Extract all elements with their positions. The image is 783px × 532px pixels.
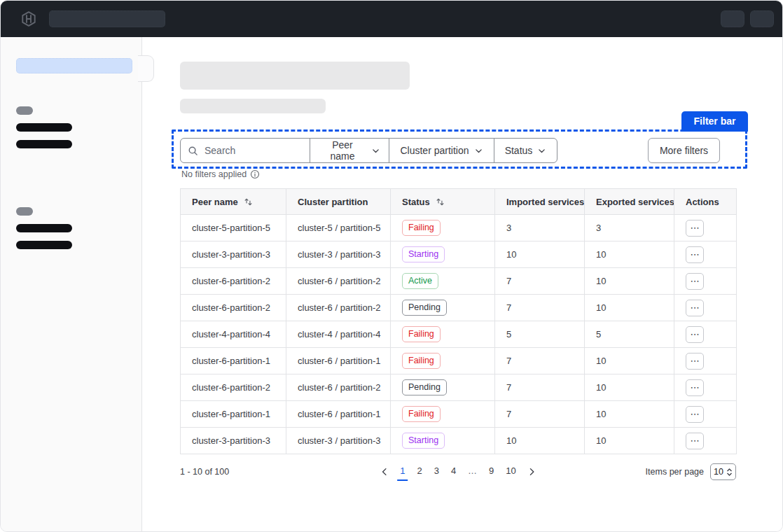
row-actions-button[interactable] <box>686 273 704 290</box>
page-button[interactable]: 3 <box>431 463 442 481</box>
peer-name-cell: cluster-6-partition-2 <box>181 374 286 401</box>
filter-dropdown-cluster-partition[interactable]: Cluster partition <box>389 138 494 163</box>
exported-services-cell: 10 <box>585 428 674 454</box>
table-row: cluster-6-partition-2 cluster-6 / partit… <box>181 295 737 321</box>
row-actions-button[interactable] <box>686 353 704 370</box>
filter-bar: Peer name Cluster partition Status <box>180 138 557 163</box>
column-label: Cluster partition <box>298 197 368 207</box>
chevron-down-icon <box>371 146 380 155</box>
dropdown-label: Peer name <box>319 139 366 162</box>
items-per-page-select[interactable]: 10 <box>710 463 736 480</box>
sidebar <box>1 37 142 531</box>
column-header-actions: Actions <box>674 189 737 215</box>
status-badge: Failing <box>402 326 441 342</box>
table-row: cluster-6-partition-2 cluster-6 / partit… <box>181 268 737 295</box>
ellipsis-icon <box>691 409 700 419</box>
peer-name-cell: cluster-5-partition-5 <box>181 215 286 241</box>
status-badge: Failing <box>402 406 441 422</box>
table-row: cluster-3-partition-3 cluster-3 / partit… <box>181 428 737 454</box>
actions-cell <box>674 348 737 374</box>
ellipsis-icon <box>691 276 700 286</box>
imported-services-cell: 7 <box>495 295 585 321</box>
imported-services-cell: 5 <box>495 321 585 348</box>
page-button[interactable]: 2 <box>414 463 424 481</box>
app-window: Filter bar Peer name Cluster partition <box>0 0 783 532</box>
status-cell: Failing <box>391 215 495 241</box>
page-navigation: 1 2 3 4 … 9 10 <box>378 463 538 481</box>
column-header-status[interactable]: Status <box>391 189 495 215</box>
row-actions-button[interactable] <box>686 246 704 263</box>
column-label: Actions <box>686 197 719 207</box>
status-badge: Pending <box>402 379 447 396</box>
imported-services-cell: 7 <box>495 374 585 401</box>
table-row: cluster-4-partition-4 cluster-4 / partit… <box>181 321 737 348</box>
column-label: Imported services <box>506 197 584 207</box>
row-actions-button[interactable] <box>686 300 704 316</box>
exported-services-cell: 10 <box>585 268 674 295</box>
cluster-partition-cell: cluster-6 / partition-1 <box>286 348 391 374</box>
actions-cell <box>674 401 737 428</box>
search-input-wrapper <box>180 138 310 163</box>
sidebar-collapse-handle[interactable] <box>138 55 154 82</box>
cluster-partition-cell: cluster-4 / partition-4 <box>286 321 391 348</box>
chevron-down-icon <box>474 146 483 155</box>
page-title-skeleton <box>180 62 410 90</box>
sidebar-item-skeleton <box>16 241 72 249</box>
cluster-partition-cell: cluster-3 / partition-3 <box>286 241 391 268</box>
column-label: Status <box>402 197 430 207</box>
actions-cell <box>674 268 737 295</box>
peer-name-cell: cluster-6-partition-2 <box>181 295 286 321</box>
exported-services-cell: 10 <box>585 401 674 428</box>
column-header-peer-name[interactable]: Peer name <box>181 189 286 215</box>
page-button[interactable]: 10 <box>503 463 518 481</box>
table-row: cluster-5-partition-5 cluster-5 / partit… <box>181 215 737 241</box>
peer-name-cell: cluster-3-partition-3 <box>181 241 286 268</box>
status-cell: Starting <box>391 428 495 454</box>
previous-page-button[interactable] <box>378 465 391 478</box>
exported-services-cell: 10 <box>585 348 674 374</box>
status-cell: Failing <box>391 348 495 374</box>
row-actions-button[interactable] <box>686 433 704 449</box>
page-button[interactable]: 9 <box>486 463 497 481</box>
nav-search-skeleton <box>49 10 165 27</box>
cluster-partition-cell: cluster-6 / partition-2 <box>286 295 391 321</box>
ellipsis-icon <box>691 435 700 446</box>
info-icon[interactable] <box>250 169 260 179</box>
filter-dropdown-peer-name[interactable]: Peer name <box>310 138 389 163</box>
filter-dropdown-status[interactable]: Status <box>494 138 557 163</box>
more-filters-button[interactable]: More filters <box>648 138 720 163</box>
column-header-imported-services: Imported services <box>495 189 585 215</box>
status-cell: Failing <box>391 321 495 348</box>
peer-name-cell: cluster-6-partition-1 <box>181 348 286 374</box>
table-row: cluster-6-partition-1 cluster-6 / partit… <box>181 348 737 374</box>
filter-status-text: No filters applied <box>181 169 260 179</box>
row-actions-button[interactable] <box>686 326 704 343</box>
page-button[interactable]: 4 <box>448 463 459 481</box>
actions-cell <box>674 295 737 321</box>
actions-cell <box>674 215 737 241</box>
no-filters-label: No filters applied <box>181 169 247 179</box>
column-label: Exported services <box>596 197 674 207</box>
search-input[interactable] <box>203 144 304 157</box>
column-header-cluster-partition: Cluster partition <box>286 189 391 215</box>
row-actions-button[interactable] <box>686 379 704 396</box>
page-ellipsis: … <box>465 463 480 481</box>
cluster-partition-cell: cluster-6 / partition-2 <box>286 268 391 295</box>
exported-services-cell: 10 <box>585 295 674 321</box>
table-row: cluster-6-partition-1 cluster-6 / partit… <box>181 401 737 428</box>
cluster-partition-cell: cluster-5 / partition-5 <box>286 215 391 241</box>
exported-services-cell: 10 <box>585 241 674 268</box>
page-button[interactable]: 1 <box>397 463 408 481</box>
exported-services-cell: 5 <box>585 321 674 348</box>
imported-services-cell: 3 <box>495 215 585 241</box>
row-actions-button[interactable] <box>686 406 704 423</box>
peer-name-cell: cluster-3-partition-3 <box>181 428 286 454</box>
row-actions-button[interactable] <box>686 220 704 237</box>
actions-cell <box>674 428 737 454</box>
status-cell: Active <box>391 268 495 295</box>
pagination-bar: 1 - 10 of 100 1 2 3 4 … 9 10 Items per p… <box>180 461 736 482</box>
next-page-button[interactable] <box>525 465 538 478</box>
cluster-partition-cell: cluster-6 / partition-1 <box>286 401 391 428</box>
imported-services-cell: 10 <box>495 241 585 268</box>
hashicorp-logo-icon[interactable] <box>20 10 37 27</box>
